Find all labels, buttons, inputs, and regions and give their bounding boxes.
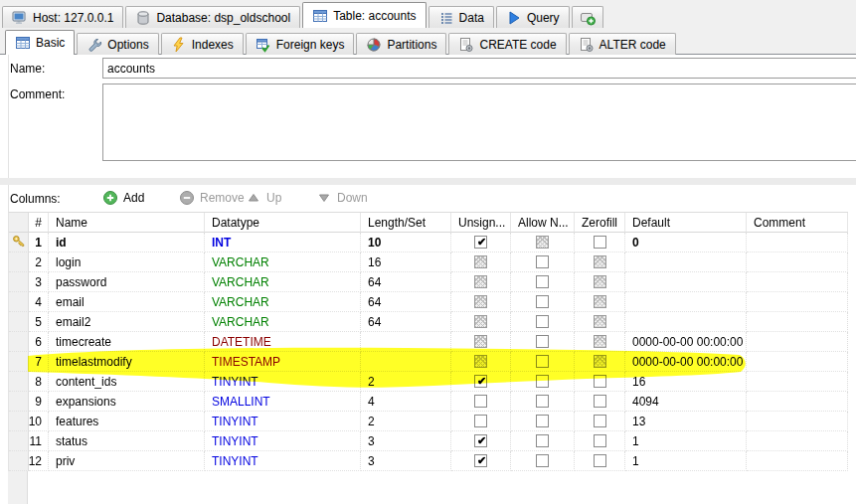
unsigned-cell[interactable] (451, 332, 511, 352)
zerofill-cell[interactable] (575, 292, 625, 312)
unsigned-cell[interactable] (451, 451, 511, 471)
tab-basic[interactable]: Basic (5, 30, 75, 55)
splitter-bar[interactable] (0, 178, 856, 185)
zerofill-cell[interactable] (575, 412, 625, 431)
length-set-cell[interactable]: 3 (361, 451, 451, 471)
zerofill-checkbox[interactable] (594, 236, 606, 249)
row-number-cell[interactable]: 6 (29, 332, 49, 352)
zerofill-cell[interactable] (575, 272, 625, 292)
unsigned-cell[interactable] (451, 431, 511, 451)
row-number-cell[interactable]: 4 (29, 292, 49, 312)
allow-null-checkbox[interactable] (536, 315, 549, 328)
row-number-cell[interactable]: 9 (29, 392, 49, 412)
allow-null-cell[interactable] (511, 451, 575, 471)
column-name-cell[interactable]: expansions (49, 392, 205, 412)
row-number-cell[interactable]: 12 (29, 451, 49, 471)
datatype-cell[interactable]: SMALLINT (205, 392, 361, 412)
unsigned-checkbox[interactable] (474, 454, 487, 467)
zerofill-cell[interactable] (575, 352, 625, 372)
zerofill-cell[interactable] (575, 392, 625, 412)
column-name-cell[interactable]: status (49, 431, 205, 451)
datatype-cell[interactable]: VARCHAR (205, 272, 361, 292)
datatype-cell[interactable]: DATETIME (205, 332, 361, 352)
header-name[interactable]: Name (49, 213, 205, 233)
zerofill-cell[interactable] (575, 312, 625, 332)
allow-null-checkbox[interactable] (536, 255, 549, 268)
allow-null-cell[interactable] (511, 352, 575, 372)
table-comment-input[interactable] (102, 84, 856, 161)
allow-null-checkbox[interactable] (536, 395, 549, 408)
unsigned-cell[interactable] (451, 372, 511, 392)
datatype-cell[interactable]: TINYINT (205, 451, 361, 471)
default-cell[interactable]: 0000-00-00 00:00:00 (625, 352, 747, 372)
datatype-cell[interactable]: TINYINT (205, 372, 361, 392)
allow-null-cell[interactable] (511, 431, 575, 451)
length-set-cell[interactable] (361, 352, 451, 372)
row-number-cell[interactable]: 1 (29, 233, 49, 252)
tab-host[interactable]: Host: 127.0.0.1 (2, 6, 123, 28)
allow-null-cell[interactable] (511, 412, 575, 431)
datatype-cell[interactable]: VARCHAR (205, 252, 361, 272)
unsigned-cell[interactable] (451, 412, 511, 431)
comment-cell[interactable] (747, 392, 848, 412)
row-number-cell[interactable]: 10 (29, 412, 49, 431)
tab-table[interactable]: Table: accounts (302, 2, 426, 28)
header-allow-null[interactable]: Allow N... (511, 213, 575, 233)
header-comment[interactable]: Comment (747, 213, 848, 233)
allow-null-cell[interactable] (511, 372, 575, 392)
comment-cell[interactable] (747, 312, 848, 332)
length-set-cell[interactable]: 2 (361, 412, 451, 431)
default-cell[interactable]: 1 (625, 431, 747, 451)
allow-null-checkbox[interactable] (536, 415, 549, 427)
unsigned-checkbox[interactable] (474, 395, 487, 408)
column-name-cell[interactable]: features (49, 412, 205, 431)
zerofill-cell[interactable] (575, 372, 625, 392)
allow-null-cell[interactable] (511, 292, 575, 312)
default-cell[interactable] (625, 312, 747, 332)
comment-cell[interactable] (747, 292, 848, 312)
unsigned-checkbox[interactable] (474, 415, 487, 427)
tab-options[interactable]: Options (77, 33, 158, 55)
row-number-cell[interactable]: 8 (29, 372, 49, 392)
comment-cell[interactable] (747, 272, 848, 292)
allow-null-checkbox[interactable] (536, 454, 549, 467)
comment-cell[interactable] (747, 252, 848, 272)
unsigned-checkbox[interactable] (474, 236, 487, 249)
column-name-cell[interactable]: email (49, 292, 205, 312)
row-number-cell[interactable]: 5 (29, 312, 49, 332)
datatype-cell[interactable]: TINYINT (205, 412, 361, 431)
add-column-button[interactable]: Add (102, 190, 144, 206)
unsigned-cell[interactable] (451, 233, 511, 252)
unsigned-cell[interactable] (451, 272, 511, 292)
tab-partitions[interactable]: Partitions (356, 33, 446, 55)
default-cell[interactable]: 16 (625, 372, 747, 392)
unsigned-cell[interactable] (451, 392, 511, 412)
header-unsigned[interactable]: Unsign... (451, 213, 511, 233)
column-name-cell[interactable]: content_ids (49, 372, 205, 392)
column-name-cell[interactable]: timelastmodify (49, 352, 205, 372)
default-cell[interactable]: 1 (625, 451, 747, 471)
default-cell[interactable] (625, 292, 747, 312)
tab-data[interactable]: Data (428, 6, 494, 28)
default-cell[interactable] (625, 272, 747, 292)
allow-null-cell[interactable] (511, 272, 575, 292)
down-column-button[interactable]: Down (316, 190, 368, 206)
table-name-input[interactable] (102, 58, 856, 79)
zerofill-cell[interactable] (575, 451, 625, 471)
datatype-cell[interactable]: INT (205, 233, 361, 252)
tab-create-code[interactable]: CREATE code (448, 33, 566, 55)
tab-alter-code[interactable]: ALTER code (569, 33, 676, 55)
up-column-button[interactable]: Up (246, 190, 281, 206)
length-set-cell[interactable]: 10 (361, 233, 451, 252)
datatype-cell[interactable]: VARCHAR (205, 292, 361, 312)
zerofill-cell[interactable] (575, 431, 625, 451)
allow-null-checkbox[interactable] (536, 375, 549, 388)
allow-null-cell[interactable] (511, 312, 575, 332)
comment-cell[interactable] (747, 352, 848, 372)
default-cell[interactable]: 13 (625, 412, 747, 431)
row-number-cell[interactable]: 2 (29, 252, 49, 272)
comment-cell[interactable] (747, 332, 848, 352)
length-set-cell[interactable]: 4 (361, 392, 451, 412)
allow-null-cell[interactable] (511, 233, 575, 252)
allow-null-cell[interactable] (511, 252, 575, 272)
